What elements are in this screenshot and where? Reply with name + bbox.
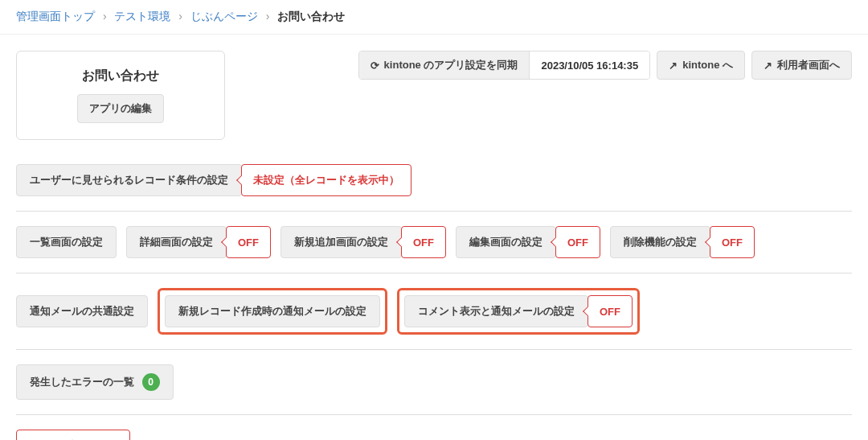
sync-icon: ⟳ bbox=[371, 60, 379, 72]
external-link-icon: ↗ bbox=[669, 60, 678, 72]
breadcrumb: 管理画面トップ › テスト環境 › じぶんページ › お問い合わせ bbox=[0, 0, 868, 35]
create-screen-status: OFF bbox=[401, 226, 446, 258]
highlight-comment-mail: コメント表示と通知メールの設定 OFF bbox=[397, 288, 640, 335]
breadcrumb-link-test-env[interactable]: テスト環境 bbox=[114, 10, 170, 23]
delete-function-status: OFF bbox=[710, 226, 755, 258]
chevron-icon: › bbox=[103, 10, 107, 23]
create-screen-button[interactable]: 新規追加画面の設定 bbox=[280, 226, 402, 258]
to-user-page-label: 利用者画面へ bbox=[777, 58, 840, 72]
chevron-icon: › bbox=[178, 10, 182, 23]
errors-count-badge: 0 bbox=[142, 373, 160, 391]
delete-function-button[interactable]: 削除機能の設定 bbox=[610, 226, 710, 258]
errors-list-button[interactable]: 発生したエラーの一覧 0 bbox=[16, 364, 174, 400]
record-condition-status: 未設定（全レコードを表示中） bbox=[241, 164, 411, 196]
main-content: お問い合わせ アプリの編集 ⟳ kintone のアプリ設定を同期 2023/1… bbox=[0, 35, 868, 440]
mail-section: 通知メールの共通設定 新規レコード作成時の通知メールの設定 コメント表示と通知メ… bbox=[16, 288, 852, 350]
app-title: お問い合わせ bbox=[46, 68, 195, 84]
sync-group: ⟳ kintone のアプリ設定を同期 2023/10/05 16:14:35 bbox=[358, 51, 651, 80]
detail-screen-status: OFF bbox=[226, 226, 271, 258]
new-record-mail-button[interactable]: 新規レコード作成時の通知メールの設定 bbox=[165, 295, 380, 327]
errors-label: 発生したエラーの一覧 bbox=[30, 376, 134, 388]
top-row: お問い合わせ アプリの編集 ⟳ kintone のアプリ設定を同期 2023/1… bbox=[16, 51, 852, 140]
edit-screen-button[interactable]: 編集画面の設定 bbox=[456, 226, 556, 258]
errors-section: 発生したエラーの一覧 0 bbox=[16, 364, 852, 415]
edit-screen-status: OFF bbox=[555, 226, 600, 258]
edit-app-button[interactable]: アプリの編集 bbox=[77, 94, 164, 123]
to-user-page-button[interactable]: ↗ 利用者画面へ bbox=[751, 51, 852, 80]
list-screen-button[interactable]: 一覧画面の設定 bbox=[16, 226, 117, 258]
breadcrumb-link-my-page[interactable]: じぶんページ bbox=[190, 10, 258, 23]
app-card: お問い合わせ アプリの編集 bbox=[16, 51, 225, 140]
sync-timestamp: 2023/10/05 16:14:35 bbox=[529, 51, 649, 79]
comment-mail-status: OFF bbox=[588, 295, 633, 327]
external-link-icon: ↗ bbox=[764, 60, 772, 72]
to-kintone-button[interactable]: ↗ kintone へ bbox=[657, 51, 745, 80]
chevron-icon: › bbox=[266, 10, 270, 23]
sync-kintone-button[interactable]: ⟳ kintone のアプリ設定を同期 bbox=[359, 51, 530, 79]
to-kintone-label: kintone へ bbox=[682, 58, 733, 72]
highlight-new-record-mail: 新規レコード作成時の通知メールの設定 bbox=[158, 288, 387, 335]
top-actions: ⟳ kintone のアプリ設定を同期 2023/10/05 16:14:35 … bbox=[358, 51, 852, 80]
delete-app-section: このアプリを削除 bbox=[16, 430, 852, 440]
breadcrumb-current: お問い合わせ bbox=[277, 10, 345, 23]
breadcrumb-link-admin-top[interactable]: 管理画面トップ bbox=[16, 10, 95, 23]
sync-label: kintone のアプリ設定を同期 bbox=[384, 58, 518, 72]
record-condition-button[interactable]: ユーザーに見せられるレコード条件の設定 bbox=[16, 164, 242, 196]
delete-app-button[interactable]: このアプリを削除 bbox=[16, 430, 130, 440]
screens-section: 一覧画面の設定 詳細画面の設定 OFF 新規追加画面の設定 OFF 編集画面の設… bbox=[16, 226, 852, 273]
detail-screen-button[interactable]: 詳細画面の設定 bbox=[126, 226, 227, 258]
mail-common-button[interactable]: 通知メールの共通設定 bbox=[16, 295, 148, 327]
record-condition-section: ユーザーに見せられるレコード条件の設定 未設定（全レコードを表示中） bbox=[16, 164, 852, 212]
comment-mail-button[interactable]: コメント表示と通知メールの設定 bbox=[404, 295, 588, 327]
